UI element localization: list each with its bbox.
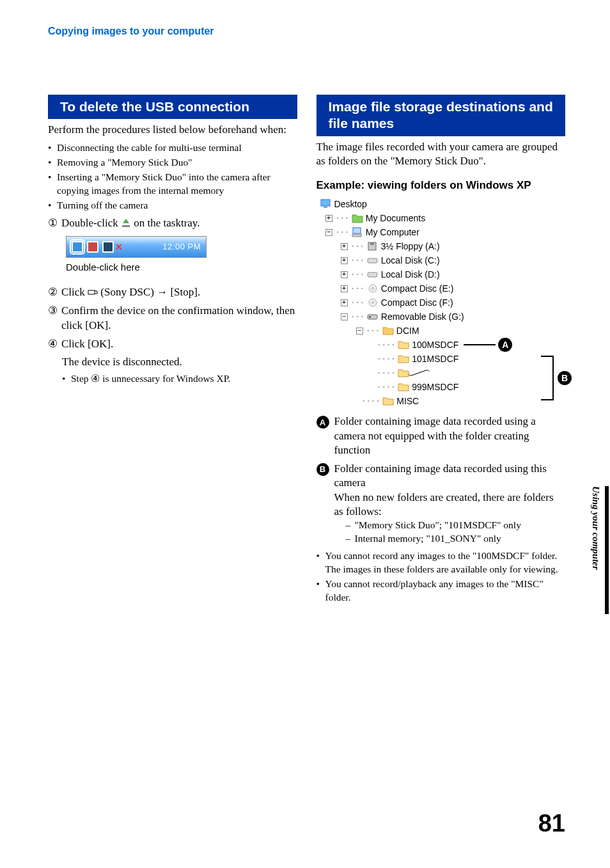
folder-icon xyxy=(398,354,409,364)
section-heading-delete-usb: To delete the USB connection xyxy=(48,95,297,119)
tree-999msdcf: ···· 999MSDCF xyxy=(320,380,566,394)
safely-remove-icon xyxy=(121,217,131,226)
circled-one-icon: ① xyxy=(48,216,58,231)
page-number: 81 xyxy=(538,810,565,837)
legend-a-text: Folder containing image data recorded us… xyxy=(334,414,566,457)
svg-rect-4 xyxy=(352,234,361,237)
arrow-right-icon: → xyxy=(157,286,168,298)
step-4-text: Click [OK]. xyxy=(61,337,297,352)
step-2: ② Click (Sony DSC) → [Stop]. xyxy=(48,285,297,300)
manual-page: Copying images to your computer To delet… xyxy=(0,0,610,868)
section-heading-storage: Image file storage destinations and file… xyxy=(317,95,566,136)
tray-icon xyxy=(102,241,114,253)
tree-cd-f: +··· Compact Disc (F:) xyxy=(320,296,566,310)
tree-101msdcf: ···· 101MSDCF xyxy=(320,352,566,366)
taskbar: ✕ 12:00 PM xyxy=(66,236,207,258)
range-ellipsis-icon: ⎰ xyxy=(406,364,433,382)
my-documents-icon xyxy=(352,213,363,223)
hdd-icon xyxy=(367,255,379,265)
desktop-icon xyxy=(320,199,332,209)
cd-icon xyxy=(367,297,379,308)
circled-four-icon: ④ xyxy=(91,373,100,384)
clock: 12:00 PM xyxy=(162,242,201,251)
tree-removable: −··· Removable Disk (G:) xyxy=(320,310,566,324)
tree-mydocs: +··· My Documents xyxy=(320,211,566,225)
expand-icon: + xyxy=(341,285,348,292)
callout-a-badge: A xyxy=(317,416,329,429)
running-head: Copying images to your computer xyxy=(48,26,565,37)
step-4-sub: The device is disconnected. xyxy=(48,355,297,370)
step-1: ① Double-click on the tasktray. xyxy=(48,216,297,231)
svg-rect-6 xyxy=(370,242,374,245)
circled-three-icon: ③ xyxy=(48,304,58,333)
tab-label: Using your computer xyxy=(590,486,601,570)
folder-open-icon xyxy=(382,326,394,336)
tree-ellipsis: ···· ⎰ xyxy=(320,366,566,380)
tray-icon: ✕ xyxy=(115,242,123,252)
list-item: Internal memory; "101_SONY" only xyxy=(346,532,566,546)
intro-text: The image files recorded with your camer… xyxy=(317,140,566,170)
legend-b: B Folder containing image data recorded … xyxy=(317,462,566,546)
folder-icon xyxy=(398,340,409,350)
intro-text: Perform the procedures listed below befo… xyxy=(48,123,297,138)
tree-disk-c: +··· Local Disk (C:) xyxy=(320,253,566,267)
legend-a: A Folder containing image data recorded … xyxy=(317,414,566,457)
expand-icon: + xyxy=(341,299,348,306)
circled-two-icon: ② xyxy=(48,285,58,300)
expand-icon: + xyxy=(341,271,348,278)
tree-misc: ···· MISC xyxy=(320,394,566,408)
list-item: You cannot record any images to the "100… xyxy=(317,549,566,576)
callout-a-badge: A xyxy=(498,338,512,352)
collapse-icon: − xyxy=(356,327,363,335)
right-column: Image file storage destinations and file… xyxy=(317,95,566,608)
legend-b-text: Folder containing image data recorded us… xyxy=(334,462,566,546)
folder-icon xyxy=(382,396,394,406)
folder-tree: Desktop +··· My Documents −··· My Comput… xyxy=(320,197,566,408)
svg-point-10 xyxy=(371,288,373,290)
callout-b-badge: B xyxy=(558,371,572,385)
expand-icon: + xyxy=(325,215,332,222)
tree-100msdcf: ···· 100MSDCF A xyxy=(320,338,566,352)
collapse-icon: − xyxy=(341,313,348,320)
list-item: Turning off the camera xyxy=(48,199,297,212)
tree-desktop: Desktop xyxy=(320,197,566,211)
list-item: Removing a "Memory Stick Duo" xyxy=(48,156,297,170)
chapter-tab: Using your computer xyxy=(578,486,590,614)
notes-list: You cannot record any images to the "100… xyxy=(317,549,566,604)
svg-rect-2 xyxy=(324,207,327,208)
list-item: Disconnecting the cable for multi-use te… xyxy=(48,141,297,155)
floppy-icon xyxy=(367,241,379,251)
expand-icon: + xyxy=(341,243,348,250)
step-4-note: Step ④ is unnecessary for Windows XP. xyxy=(62,372,297,386)
step-4: ④ Click [OK]. xyxy=(48,337,297,352)
tray-icon xyxy=(87,241,98,253)
hdd-icon xyxy=(367,269,379,280)
legend-b-sublist: "Memory Stick Duo"; "101MSDCF" only Inte… xyxy=(334,519,566,546)
circled-four-icon: ④ xyxy=(48,337,58,352)
cd-icon xyxy=(367,283,379,294)
expand-icon: + xyxy=(341,257,348,264)
svg-rect-7 xyxy=(368,258,377,263)
step-1-text: Double-click on the tasktray. xyxy=(61,216,297,231)
tree-cd-e: +··· Compact Disc (E:) xyxy=(320,281,566,296)
list-item: You cannot record/playback any images to… xyxy=(317,578,566,604)
callout-line xyxy=(464,344,496,345)
collapse-icon: − xyxy=(325,229,332,236)
svg-rect-1 xyxy=(321,200,330,206)
tree-dcim: −··· DCIM xyxy=(320,324,566,338)
list-item: Inserting a "Memory Stick Duo" into the … xyxy=(48,171,297,198)
svg-rect-8 xyxy=(368,272,377,277)
example-heading: Example: viewing folders on Windows XP xyxy=(317,179,566,192)
svg-rect-3 xyxy=(353,228,361,233)
step-3-text: Confirm the device on the confirmation w… xyxy=(61,304,297,333)
tree-mycomputer: −··· My Computer xyxy=(320,225,566,239)
callout-b-badge: B xyxy=(317,463,329,476)
figure-caption: Double-click here xyxy=(66,262,207,272)
precondition-list: Disconnecting the cable for multi-use te… xyxy=(48,141,297,212)
tab-bar xyxy=(605,486,609,614)
callout-b-bracket xyxy=(541,356,554,400)
my-computer-icon xyxy=(352,227,363,237)
svg-rect-0 xyxy=(88,290,95,294)
left-column: To delete the USB connection Perform the… xyxy=(48,95,297,608)
tasktray-figure: ✕ 12:00 PM Double-click here xyxy=(66,236,207,272)
